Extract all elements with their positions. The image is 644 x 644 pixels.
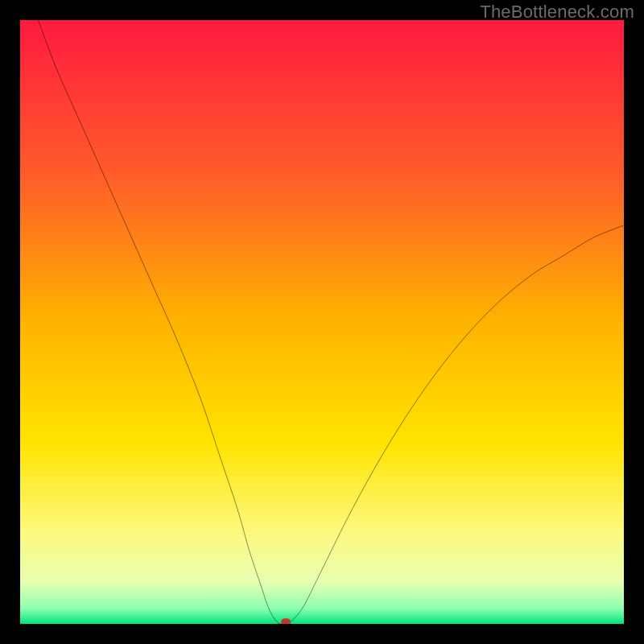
watermark-text: TheBottleneck.com	[480, 2, 634, 23]
chart-frame: TheBottleneck.com	[0, 0, 644, 644]
bottleneck-chart	[20, 20, 624, 624]
gradient-background	[20, 20, 624, 624]
optimal-point-marker	[281, 618, 291, 624]
